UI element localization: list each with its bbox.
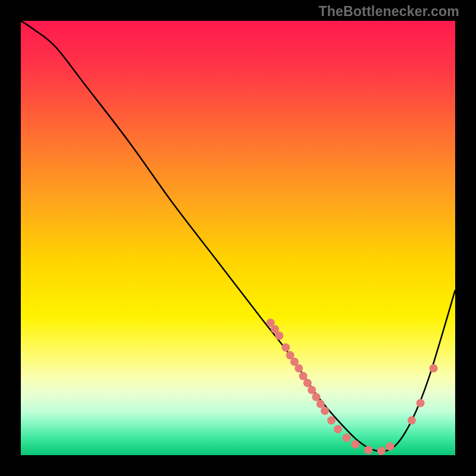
highlight-point: [430, 364, 438, 372]
highlight-point: [303, 379, 312, 387]
watermark-text: TheBottlenecker.com: [319, 4, 459, 20]
highlight-point: [317, 400, 325, 408]
chart-svg: [21, 21, 455, 455]
highlight-point: [275, 331, 283, 340]
highlight-point: [281, 343, 290, 352]
highlight-point: [364, 446, 372, 454]
highlight-point: [377, 447, 386, 455]
highlight-point: [308, 386, 316, 394]
highlight-point: [312, 393, 320, 401]
highlight-point: [299, 372, 308, 380]
highlight-point: [408, 416, 416, 425]
highlight-point: [295, 364, 303, 372]
highlight-point: [321, 407, 329, 415]
highlight-point: [386, 442, 394, 450]
highlight-point: [327, 416, 336, 425]
highlight-point: [334, 425, 342, 433]
highlight-point: [351, 440, 359, 449]
highlight-point: [416, 399, 425, 407]
chart-area: [21, 21, 455, 455]
highlight-point: [343, 434, 351, 442]
